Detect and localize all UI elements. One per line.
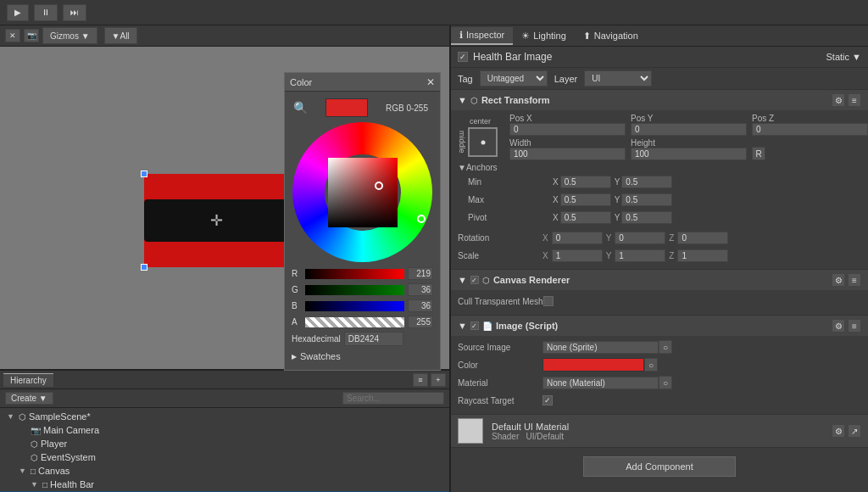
scene-toolbar: ✕ 📷 Gizmos ▼ ▼All	[0, 25, 449, 47]
rotation-y[interactable]	[615, 232, 665, 244]
tab-navigation[interactable]: ⬆ Navigation	[575, 28, 647, 44]
rotation-xyz: X Y Z	[542, 232, 728, 244]
r-value-input[interactable]	[408, 267, 433, 280]
hierarchy-icon-btn1[interactable]: ≡	[413, 373, 428, 387]
material-select-btn[interactable]: ○	[659, 376, 672, 389]
raycast-checkbox[interactable]: ✓	[542, 395, 553, 405]
scene-toolbar-btn1[interactable]: ✕	[5, 29, 20, 42]
material-input[interactable]	[542, 377, 659, 389]
top-toolbar: ▶ ⏸ ⏭	[0, 0, 868, 25]
rect-r-button[interactable]: R	[752, 147, 765, 160]
material-btn2[interactable]: ↗	[848, 424, 861, 438]
all-button[interactable]: ▼All	[104, 27, 137, 44]
color-wheel-container[interactable]	[292, 122, 432, 262]
add-component-button[interactable]: Add Component	[583, 456, 736, 477]
color-dialog-title: Color	[290, 77, 312, 87]
play-button[interactable]: ▶	[7, 4, 29, 21]
scale-z-label: Z	[669, 251, 674, 260]
scale-y[interactable]	[615, 249, 665, 262]
a-value-input[interactable]	[408, 316, 433, 328]
scene-toolbar-btn2[interactable]: 📷	[24, 29, 39, 42]
color-cursor[interactable]	[375, 182, 383, 190]
anchors-max-x[interactable]	[560, 193, 611, 206]
image-script-header[interactable]: ▼ ✓ 📄 Image (Script) ⚙ ≡	[451, 316, 868, 336]
pivot-x[interactable]	[560, 211, 611, 224]
swatches-row[interactable]: ▶ Swatches	[292, 349, 433, 363]
list-item[interactable]: ⬡Player	[0, 437, 449, 450]
color-dialog-close[interactable]: ✕	[426, 76, 435, 88]
g-value-input[interactable]	[408, 283, 433, 296]
scale-z[interactable]	[677, 249, 728, 262]
color-select-btn[interactable]: ○	[644, 358, 658, 372]
rotation-z[interactable]	[677, 232, 728, 244]
rect-transform-btn2[interactable]: ≡	[848, 93, 861, 107]
list-item[interactable]: ▼□Canvas	[0, 464, 449, 478]
tab-lighting[interactable]: ☀ Lighting	[513, 28, 575, 44]
r-slider[interactable]	[305, 269, 404, 279]
default-material-header[interactable]: Default UI Material Shader UI/Default ⚙ …	[451, 415, 868, 447]
step-button[interactable]: ⏭	[63, 4, 86, 21]
layer-dropdown[interactable]: UI	[584, 70, 652, 87]
pos-x-input[interactable]	[509, 123, 626, 136]
static-badge[interactable]: Static ▼	[826, 52, 861, 62]
rect-transform-title: Rect Transform	[481, 95, 550, 105]
b-value-input[interactable]	[408, 299, 433, 312]
handle-bl[interactable]	[141, 264, 147, 271]
tag-dropdown[interactable]: Untagged	[480, 70, 548, 87]
handle-tl[interactable]	[141, 171, 147, 177]
canvas-renderer-btn1[interactable]: ⚙	[832, 273, 845, 287]
material-row: Material ○	[458, 375, 861, 390]
create-button[interactable]: Create ▼	[5, 392, 53, 405]
pos-z-input[interactable]	[752, 123, 868, 136]
hierarchy-panel-tabs: Hierarchy ≡ +	[0, 371, 449, 389]
scale-x[interactable]	[552, 249, 603, 262]
hierarchy-icon-btn2[interactable]: +	[431, 373, 446, 387]
anchors-arrow[interactable]: ▼	[458, 163, 466, 172]
rect-transform-header[interactable]: ▼ ⬡ Rect Transform ⚙ ≡	[451, 90, 868, 110]
list-item[interactable]: 📷Main Camera	[0, 423, 449, 437]
image-script-btn1[interactable]: ⚙	[832, 319, 845, 333]
anchor-widget[interactable]	[468, 127, 498, 157]
canvas-renderer-checkbox[interactable]: ✓	[470, 276, 479, 284]
image-script-checkbox[interactable]: ✓	[470, 321, 479, 330]
hierarchy-search[interactable]	[342, 392, 444, 405]
rect-transform-btn1[interactable]: ⚙	[832, 93, 845, 107]
pause-button[interactable]: ⏸	[34, 4, 58, 21]
canvas-renderer-btn2[interactable]: ≡	[848, 273, 861, 287]
anchors-min-row: Min X Y	[458, 174, 861, 189]
pos-y-input[interactable]	[631, 123, 747, 136]
color-square[interactable]	[328, 158, 398, 227]
list-item[interactable]: ▼□Health Bar	[0, 478, 449, 491]
color-wheel[interactable]	[292, 122, 432, 262]
outer-cursor[interactable]	[417, 215, 426, 223]
hex-input[interactable]	[344, 332, 403, 346]
height-input[interactable]	[631, 148, 747, 160]
anchors-min-y[interactable]	[621, 176, 672, 188]
pivot-y[interactable]	[621, 211, 672, 224]
image-script-btn2[interactable]: ≡	[848, 319, 861, 333]
material-btn1[interactable]: ⚙	[832, 424, 845, 438]
rotation-x[interactable]	[552, 232, 603, 244]
source-image-input[interactable]	[542, 341, 659, 354]
b-slider[interactable]	[305, 301, 404, 311]
hier-label: Canvas	[38, 466, 70, 476]
pivot-label: Pivot	[468, 213, 553, 222]
color-swatch[interactable]	[542, 358, 644, 372]
list-item[interactable]: ▼⬡SampleScene*	[0, 410, 449, 423]
canvas-renderer-header[interactable]: ▼ ✓ ⬡ Canvas Renderer ⚙ ≡	[451, 270, 868, 290]
object-active-checkbox[interactable]: ✓	[458, 52, 468, 62]
swatches-label: Swatches	[300, 351, 341, 361]
anchors-max-y[interactable]	[621, 193, 672, 206]
source-image-select-btn[interactable]: ○	[659, 340, 672, 354]
width-input[interactable]	[509, 148, 626, 160]
cull-mesh-checkbox[interactable]	[543, 296, 554, 306]
a-slider[interactable]	[305, 317, 404, 327]
list-item[interactable]: ⬡EventSystem	[0, 450, 449, 464]
pos-row: center middle	[458, 114, 861, 160]
dropper-icon[interactable]: 🔍	[293, 101, 308, 115]
gizmos-button[interactable]: Gizmos ▼	[42, 27, 97, 44]
anchors-min-x[interactable]	[560, 176, 611, 188]
g-slider[interactable]	[305, 285, 404, 295]
tab-inspector[interactable]: ℹ Inspector	[451, 27, 513, 45]
hierarchy-tab[interactable]: Hierarchy	[3, 373, 53, 387]
